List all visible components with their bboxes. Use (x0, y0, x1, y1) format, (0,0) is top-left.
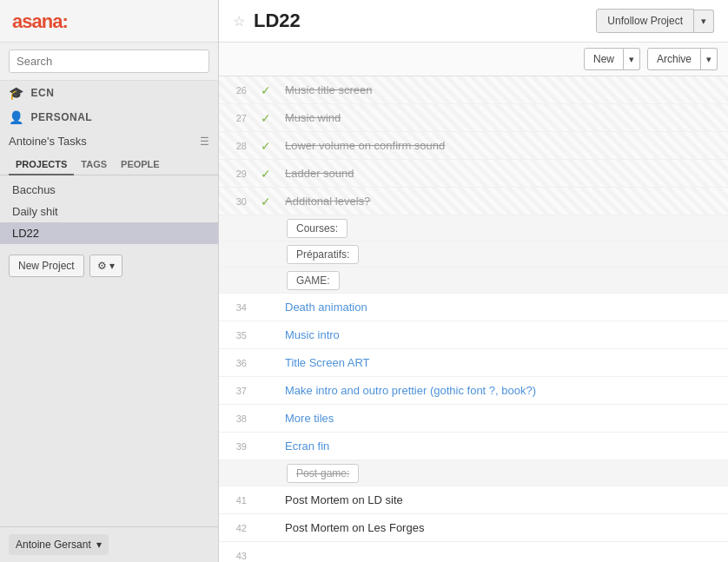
task-name: Lower volume on confirm sound (278, 134, 728, 157)
section-row: Préparatifs: (219, 241, 728, 268)
sidebar-bottom: New Project ⚙ ▾ (0, 248, 218, 284)
list-icon: ☰ (200, 136, 209, 148)
task-row: 28✓Lower volume on confirm sound (219, 132, 728, 160)
section-row: Courses: (219, 215, 728, 241)
task-name: Post Mortem on Les Forges (278, 516, 728, 539)
check-icon: ✓ (261, 195, 271, 208)
task-name[interactable]: Death animation (278, 295, 728, 319)
task-row: 29✓Ladder sound (219, 160, 728, 188)
new-button[interactable]: New (584, 48, 624, 70)
antoine-tasks[interactable]: Antoine's Tasks ☰ (0, 129, 218, 153)
search-bar (0, 43, 218, 81)
section-tab[interactable]: Préparatifs: (287, 245, 359, 264)
gear-button[interactable]: ⚙ ▾ (89, 255, 122, 277)
check-icon: ✓ (261, 111, 271, 125)
check-icon: ✓ (261, 167, 271, 181)
project-header: ☆ LD22 Unfollow Project ▾ (219, 0, 728, 43)
task-row: 35Music intro (219, 321, 728, 349)
task-name[interactable]: Ecran fin (278, 434, 728, 458)
tab-tags[interactable]: TAGS (74, 155, 114, 175)
check-area[interactable]: ✓ (254, 195, 278, 208)
check-area[interactable]: ✓ (254, 167, 278, 181)
graduation-icon: 🎓 (9, 86, 24, 100)
header-buttons: Unfollow Project ▾ (596, 9, 714, 33)
task-name: Music title screen (278, 78, 728, 102)
project-item-bacchus[interactable]: Bacchus (0, 179, 218, 201)
task-row: 37Make intro and outro prettier (gothic … (219, 377, 728, 405)
person-icon: 👤 (9, 110, 24, 124)
antoine-tasks-label: Antoine's Tasks (9, 135, 87, 148)
personal-label: PERSONAL (31, 111, 93, 123)
check-area[interactable]: ✓ (254, 111, 278, 125)
new-project-button[interactable]: New Project (9, 255, 84, 277)
star-icon[interactable]: ☆ (233, 13, 245, 30)
action-bar: New ▾ Archive ▾ (219, 43, 728, 76)
section-tab[interactable]: GAME: (287, 271, 340, 290)
task-name[interactable]: Title Screen ART (278, 351, 728, 374)
archive-dropdown-button[interactable]: ▾ (701, 48, 718, 70)
project-title: LD22 (254, 10, 587, 32)
logo-bar: asana: (0, 0, 218, 43)
sidebar-footer: Antoine Gersant ▾ (0, 526, 218, 562)
project-list: Bacchus Daily shit LD22 (0, 175, 218, 248)
task-name: Additonal levels? (278, 189, 728, 213)
section-row: GAME: (219, 268, 728, 294)
check-area[interactable]: ✓ (254, 83, 278, 97)
task-row: 30✓Additonal levels? (219, 188, 728, 215)
check-icon: ✓ (261, 83, 271, 97)
section-tab[interactable]: Post-game: (287, 464, 359, 483)
task-row: 36Title Screen ART (219, 349, 728, 377)
asana-logo: asana: (12, 10, 68, 32)
task-row: 39Ecran fin (219, 433, 728, 460)
tab-people[interactable]: PEOPLE (114, 155, 167, 175)
ecn-label: ECN (31, 87, 55, 99)
section-tab[interactable]: Courses: (287, 219, 347, 238)
user-badge[interactable]: Antoine Gersant ▾ (9, 534, 109, 555)
task-list: 26✓Music title screen27✓Music wind28✓Low… (219, 76, 728, 562)
nav-tabs: PROJECTS TAGS PEOPLE (0, 155, 218, 175)
unfollow-button[interactable]: Unfollow Project (596, 9, 694, 33)
user-chevron-icon: ▾ (96, 539, 102, 551)
unfollow-dropdown-button[interactable]: ▾ (694, 10, 714, 33)
empty-row: 43 (219, 542, 728, 562)
task-row: 42Post Mortem on Les Forges (219, 514, 728, 542)
task-name: Ladder sound (278, 162, 728, 185)
task-row: 26✓Music title screen (219, 76, 728, 104)
search-input[interactable] (9, 50, 209, 73)
project-item-ld22[interactable]: LD22 (0, 222, 218, 244)
section-row: Post-game: (219, 460, 728, 486)
new-dropdown-button[interactable]: ▾ (624, 48, 640, 70)
task-name[interactable]: Make intro and outro prettier (gothic fo… (278, 379, 728, 402)
user-name: Antoine Gersant (16, 539, 91, 551)
task-name[interactable]: Music intro (278, 323, 728, 347)
project-item-daily-shit[interactable]: Daily shit (0, 201, 218, 222)
task-row: 38More tiles (219, 405, 728, 433)
task-name: Post Mortem on LD site (278, 488, 728, 512)
sidebar-item-ecn[interactable]: 🎓 ECN (0, 81, 218, 105)
check-area[interactable]: ✓ (254, 139, 278, 153)
task-row: 41Post Mortem on LD site (219, 486, 728, 514)
sidebar-item-personal[interactable]: 👤 PERSONAL (0, 105, 218, 129)
task-name: Music wind (278, 106, 728, 129)
sidebar: asana: 🎓 ECN 👤 PERSONAL Antoine's Tasks … (0, 0, 219, 562)
new-action-group: New ▾ (584, 48, 640, 70)
task-row: 34Death animation (219, 294, 728, 321)
task-name[interactable]: More tiles (278, 407, 728, 430)
tab-projects[interactable]: PROJECTS (9, 155, 74, 175)
main-content: ☆ LD22 Unfollow Project ▾ New ▾ Archive … (219, 0, 728, 562)
archive-button[interactable]: Archive (647, 48, 701, 70)
archive-action-group: Archive ▾ (647, 48, 718, 70)
task-row: 27✓Music wind (219, 104, 728, 132)
check-icon: ✓ (261, 139, 271, 153)
